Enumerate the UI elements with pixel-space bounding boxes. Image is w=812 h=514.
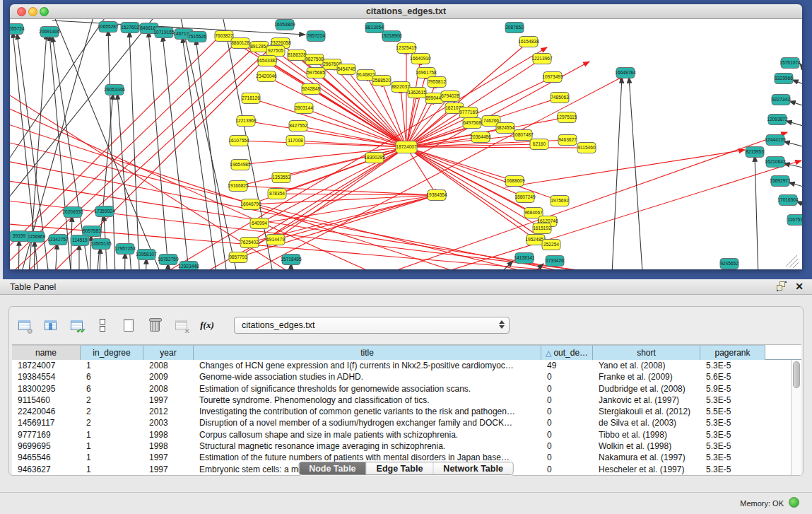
table-row[interactable]: 1456911722003Disruption of a novel membe…: [12, 417, 801, 428]
scrollbar-thumb[interactable]: [793, 361, 800, 388]
status-bar: Memory: OK: [0, 492, 812, 514]
graph-edge[interactable]: [786, 121, 802, 129]
graph-edge[interactable]: [792, 80, 802, 88]
zoom-traffic-light-icon[interactable]: [40, 7, 49, 16]
column-header-pagerank[interactable]: pagerank: [700, 345, 765, 360]
table-cell: 9777169: [12, 429, 81, 440]
select-rows-icon[interactable]: ✔✔: [69, 317, 84, 333]
graph-edge[interactable]: [238, 147, 406, 257]
graph-edge[interactable]: [239, 141, 406, 147]
table-panel-header[interactable]: Table Panel ✕: [0, 279, 812, 295]
graph-node-label: 19218906: [381, 33, 402, 38]
graph-edge[interactable]: [784, 141, 802, 150]
graph-edge[interactable]: [163, 35, 192, 269]
table-cell: 5.3E-5: [700, 429, 765, 440]
graph-node-label: 17957253: [114, 246, 136, 251]
graph-edge[interactable]: [789, 101, 802, 110]
graph-edge[interactable]: [789, 182, 802, 190]
table-selector-dropdown[interactable]: citations_edges.txt: [234, 317, 510, 334]
resize-grip-icon[interactable]: [789, 259, 798, 267]
table-vertical-scrollbar[interactable]: [791, 360, 801, 475]
graph-node-label: 5975685: [307, 70, 325, 75]
table-cell: Stergiakouli et al. (2012): [593, 406, 700, 417]
tab-network-table[interactable]: Network Table: [433, 462, 513, 474]
graph-node-label: 29053346: [104, 87, 125, 92]
graph-edge[interactable]: [800, 64, 802, 76]
graph-node-label: 14138141: [514, 255, 535, 260]
minimize-traffic-light-icon[interactable]: [28, 7, 37, 16]
graph-edge[interactable]: [246, 121, 406, 147]
graph-edge[interactable]: [406, 147, 514, 181]
graph-node-label: 927505: [268, 48, 283, 53]
tab-node-table[interactable]: Node Table: [299, 462, 366, 474]
table-settings-icon[interactable]: ⚙: [16, 317, 32, 333]
graph-edge[interactable]: [34, 240, 35, 269]
table-cell: 1: [81, 464, 143, 475]
table-cell: 1997: [143, 464, 194, 475]
close-panel-icon[interactable]: ✕: [795, 281, 804, 291]
graph-edge[interactable]: [196, 39, 230, 269]
column-header-out_de[interactable]: △out_de…: [541, 345, 593, 360]
column-header-year[interactable]: year: [143, 345, 194, 360]
table-cell: 1: [81, 429, 143, 440]
table-cell: 18300295: [12, 383, 81, 395]
graph-edge[interactable]: [611, 77, 622, 269]
graph-node-label: 7663822: [215, 33, 233, 38]
graph-edge[interactable]: [349, 160, 801, 269]
float-window-icon[interactable]: [777, 281, 787, 291]
graph-edge[interactable]: [124, 252, 125, 269]
table-cell: 5.5E-5: [700, 406, 765, 417]
graph-node-label: 15692971: [770, 178, 791, 183]
table-row[interactable]: 911546021997Tourette syndrome. Phenomeno…: [12, 395, 801, 406]
graph-edge[interactable]: [116, 47, 547, 269]
graph-node-label: 9857791: [229, 255, 247, 259]
table-row[interactable]: 2242004622012Investigating the contribut…: [12, 406, 801, 417]
delete-column-icon[interactable]: [147, 317, 163, 333]
column-chooser-icon[interactable]: [42, 317, 58, 333]
table-row[interactable]: 1938455462009Genome-wide association stu…: [12, 371, 801, 382]
tab-edge-table[interactable]: Edge Table: [367, 462, 434, 474]
graph-edge[interactable]: [311, 89, 406, 147]
graph-node-label: 7857224: [307, 33, 325, 38]
table-row[interactable]: 969969511998Structural magnetic resonanc…: [12, 440, 801, 452]
network-window[interactable]: citations_edges.txt 24055724206914061065…: [10, 4, 802, 269]
network-window-titlebar[interactable]: citations_edges.txt: [10, 4, 802, 19]
table-cell: 1997: [143, 395, 194, 406]
memory-ok-icon: [789, 497, 799, 508]
network-canvas[interactable]: 2405572420691406106552871527602846616010…: [10, 19, 802, 269]
network-canvas-svg[interactable]: 2405572420691406106552871527602846616010…: [10, 19, 802, 269]
function-builder-icon[interactable]: f(x): [199, 317, 215, 333]
table-cell: Hescheler et al. (1997): [593, 464, 700, 475]
graph-node-label: 9245652: [720, 261, 739, 266]
column-header-title[interactable]: title: [194, 345, 541, 360]
graph-node-label: 39159: [13, 233, 26, 238]
graph-edge[interactable]: [10, 19, 109, 189]
graph-edge[interactable]: [182, 37, 220, 269]
memory-status: Memory: OK: [740, 499, 784, 508]
table-cell: 19384554: [12, 371, 81, 382]
new-table-icon[interactable]: [121, 317, 136, 333]
row-height-icon[interactable]: [95, 317, 110, 333]
graph-node-label: 6794028: [441, 93, 459, 98]
graph-edge[interactable]: [129, 31, 141, 269]
table-row[interactable]: 977716911998Corpus callosum shape and si…: [12, 429, 801, 440]
column-header-short[interactable]: short: [593, 345, 700, 360]
table-row[interactable]: 1872400712008Changes of HCN gene express…: [12, 360, 801, 371]
graph-node-label: 16648784: [615, 70, 636, 75]
table-cell: 9465546: [12, 452, 81, 463]
close-traffic-light-icon[interactable]: [17, 7, 26, 16]
table-row[interactable]: 1830029562008Estimation of significance …: [12, 383, 801, 395]
column-header-in_degree[interactable]: in_degree: [81, 345, 143, 360]
column-header-name[interactable]: name: [12, 345, 81, 360]
graph-edge[interactable]: [18, 240, 19, 269]
table-cell: 0: [541, 464, 593, 475]
graph-edge[interactable]: [755, 156, 759, 269]
graph-edge[interactable]: [10, 175, 688, 269]
graph-edge[interactable]: [629, 77, 645, 269]
graph-edge[interactable]: [784, 163, 802, 170]
graph-edge[interactable]: [505, 150, 745, 187]
table-toolbar: ⚙ ✔✔ ✕ f(x) citations_edges.txt: [16, 311, 510, 339]
table-cell: 5.3E-5: [700, 452, 765, 463]
graph-node-label: 18724007: [396, 144, 417, 149]
graph-edge[interactable]: [406, 147, 587, 148]
